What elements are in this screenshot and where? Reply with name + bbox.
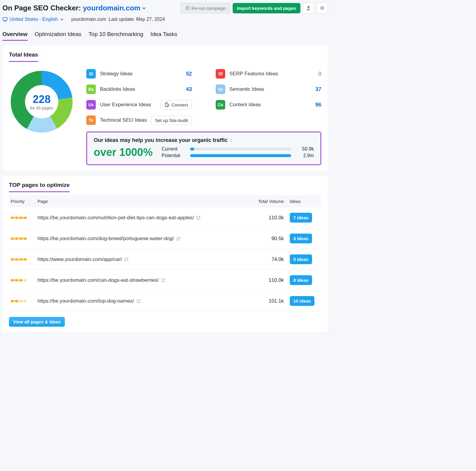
stat-label: SERP Features Ideas — [229, 71, 308, 77]
ideas-button[interactable]: 10 ideas — [290, 296, 314, 306]
traffic-pct: over 1000% — [94, 146, 153, 159]
ideas-button[interactable]: 7 ideas — [290, 213, 312, 223]
table-row: https://be.yourdomain.com/nutrition-pet-… — [9, 207, 321, 228]
rerun-button[interactable]: Re-run campaign — [181, 3, 230, 13]
setup-site-audit-button[interactable]: Set up Site Audit — [151, 116, 192, 125]
page-cell[interactable]: https://www.yourdomain.com/app/cart — [37, 256, 245, 262]
monitor-icon — [2, 17, 8, 22]
priority-cell — [11, 237, 37, 240]
refresh-icon — [185, 6, 190, 10]
priority-cell — [11, 217, 37, 219]
settings-button[interactable] — [317, 2, 328, 14]
svg-rect-1 — [3, 18, 7, 21]
stat-ux: UxUser Experience IdeasConnect — [86, 100, 192, 109]
connect-button[interactable]: Connect — [160, 100, 192, 109]
table-row: https://www.yourdomain.com/app/cart74.0k… — [9, 249, 321, 270]
tab-benchmarking[interactable]: Top 10 Benchmarking — [89, 29, 143, 41]
view-all-button[interactable]: View all pages & ideas — [9, 317, 65, 327]
ideas-button[interactable]: 4 ideas — [290, 234, 312, 243]
ideas-button[interactable]: 5 ideas — [290, 254, 312, 264]
info-icon[interactable]: i — [230, 138, 231, 143]
volume-cell: 110.0k — [245, 277, 284, 283]
svg-point-0 — [322, 7, 323, 9]
domain-dropdown[interactable]: yourdomain.com — [83, 4, 146, 12]
volume-cell: 101.1k — [245, 298, 284, 304]
external-link-icon — [136, 299, 141, 303]
badge-ux: Ux — [86, 100, 96, 109]
priority-bars — [11, 279, 37, 281]
stat-strategy: StStrategy Ideas52 — [86, 69, 192, 79]
table-row: https://be.yourdomain.com/can-dogs-eat-s… — [9, 270, 321, 291]
table-row: https://be.yourdomain.com/dog-breed/port… — [9, 228, 321, 249]
tab-idea-tasks[interactable]: Idea Tasks — [151, 29, 177, 41]
badge-content: Co — [216, 100, 225, 109]
priority-cell — [11, 279, 37, 281]
page-title: On Page SEO Checker: yourdomain.com — [2, 4, 146, 12]
locale-selector[interactable]: United States - English — [2, 17, 64, 22]
ideas-donut: 228 for 43 pages — [9, 69, 74, 134]
page-cell[interactable]: https://be.yourdomain.com/can-dogs-eat-s… — [37, 277, 245, 283]
badge-semantic: Se — [216, 85, 225, 94]
page-cell[interactable]: https://be.yourdomain.com/dog-breed/port… — [37, 236, 245, 242]
stat-label: Backlinks Ideas — [100, 86, 179, 92]
priority-cell — [11, 300, 37, 302]
stat-value: 37 — [312, 86, 321, 93]
badge-technical: Te — [86, 115, 96, 125]
stat-serp: SfSERP Features Ideas0 — [216, 69, 321, 79]
total-ideas-heading: Total Ideas — [9, 51, 38, 62]
stat-backlinks: BaBacklinks Ideas43 — [86, 85, 192, 94]
donut-count: 228 — [30, 93, 53, 106]
stat-label: Technical SEO Ideas — [100, 117, 147, 123]
info-icon[interactable]: i — [39, 52, 40, 57]
volume-cell: 74.0k — [245, 256, 284, 262]
stat-value: 96 — [312, 102, 321, 108]
upload-icon — [306, 5, 311, 11]
table-header: Priority Page Total Volume Ideas — [9, 195, 321, 207]
stat-value: 43 — [183, 86, 192, 93]
stat-value: 0 — [312, 71, 321, 77]
stat-value: 52 — [183, 71, 192, 77]
ideas-button[interactable]: 8 ideas — [290, 275, 312, 285]
traffic-box: Our ideas may help you increase your org… — [86, 132, 321, 165]
gear-icon — [320, 5, 325, 11]
chevron-down-icon — [60, 17, 64, 21]
priority-bars — [11, 258, 37, 261]
badge-backlinks: Ba — [86, 85, 96, 94]
traffic-current-row: Current 50.9k — [162, 146, 314, 152]
volume-cell: 90.5k — [245, 236, 284, 242]
tabs: Overview Optimization Ideas Top 10 Bench… — [2, 29, 328, 41]
external-link-icon — [196, 215, 201, 220]
priority-bars — [11, 217, 37, 219]
stat-label: Content Ideas — [229, 102, 308, 108]
external-link-icon — [161, 278, 166, 283]
external-link-icon — [124, 257, 129, 262]
traffic-potential-row: Potential 2.9m — [162, 153, 314, 158]
volume-cell: 110.0k — [245, 215, 284, 221]
priority-cell — [11, 258, 37, 261]
chevron-down-icon — [142, 6, 146, 10]
badge-serp: Sf — [216, 69, 225, 79]
export-button[interactable] — [303, 2, 314, 14]
top-pages-card: TOP pages to optimize Priority Page Tota… — [2, 176, 328, 333]
page-cell[interactable]: https://be.yourdomain.com/top-dog-names/ — [37, 298, 245, 304]
page-cell[interactable]: https://be.yourdomain.com/nutrition-pet-… — [37, 215, 245, 221]
last-update: Last update: May 27, 2024 — [109, 17, 165, 22]
stat-label: User Experience Ideas — [100, 102, 156, 108]
stat-label: Semantic Ideas — [229, 86, 308, 92]
stat-technical: TeTechnical SEO IdeasSet up Site Audit — [86, 115, 192, 125]
tab-overview[interactable]: Overview — [2, 29, 28, 41]
total-ideas-card: Total Ideasi 228 for 43 pages StStrategy… — [2, 46, 328, 171]
traffic-title: Our ideas may help you increase your org… — [94, 137, 314, 143]
tab-optimization[interactable]: Optimization Ideas — [35, 29, 82, 41]
priority-bars — [11, 300, 37, 302]
meta-domain: yourdomain.com — [71, 17, 106, 22]
stat-label: Strategy Ideas — [100, 71, 179, 77]
title-prefix: On Page SEO Checker: — [2, 4, 83, 12]
external-link-icon — [176, 236, 181, 241]
import-button[interactable]: Import keywords and pages — [233, 3, 300, 13]
stat-semantic: SeSemantic Ideas37 — [216, 85, 321, 94]
donut-sub: for 43 pages — [30, 106, 53, 110]
priority-bars — [11, 237, 37, 240]
badge-strategy: St — [86, 69, 96, 79]
top-pages-heading: TOP pages to optimize — [9, 182, 70, 192]
